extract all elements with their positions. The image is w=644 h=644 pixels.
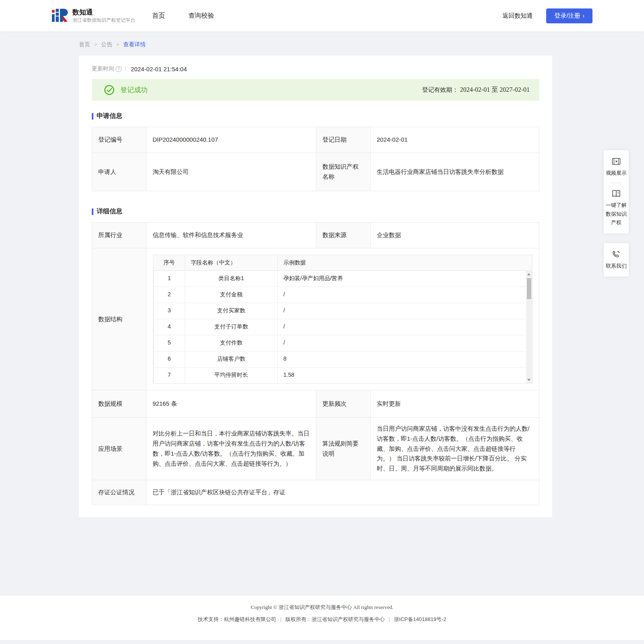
- table-row: 存证公证情况 已于「浙江省知识产权区块链公共存证平台」存证: [92, 480, 539, 505]
- field-name: 类目名称1: [185, 270, 278, 287]
- breadcrumb-notice[interactable]: 公告: [101, 41, 112, 48]
- contact-us-button[interactable]: 联系我们: [605, 250, 627, 270]
- header-right: 返回数知通 登录/注册 ›: [502, 8, 592, 23]
- section-detail-title: 详细信息: [92, 207, 539, 216]
- field-name: 支付件数: [185, 335, 278, 351]
- breadcrumb-separator: >: [116, 42, 119, 47]
- copyright-en-suffix: All rights reserved.: [353, 604, 393, 610]
- section-detail-title-text: 详细信息: [97, 207, 122, 216]
- field-name: 支付子订单数: [185, 319, 278, 335]
- scale-value: 92165 条: [147, 390, 316, 418]
- sample-data: 8: [278, 351, 532, 367]
- breadcrumb-separator: >: [94, 42, 97, 47]
- row-index: 1: [154, 270, 185, 287]
- section-application-title-text: 申请信息: [97, 112, 122, 120]
- reg-no-value: DIP2024000000240.107: [147, 127, 316, 153]
- table-row: 数据结构 序号 字段名称（中文） 示例数据 1 类目名称1: [92, 248, 539, 390]
- logo[interactable]: 数知通 浙江省数据知识产权登记平台: [52, 7, 135, 24]
- scrollbar-thumb[interactable]: [527, 278, 531, 299]
- row-index: 7: [154, 367, 185, 383]
- sample-data: /: [278, 335, 532, 351]
- logo-text: 数知通 浙江省数据知识产权登记平台: [72, 8, 135, 24]
- structure-row: 2 支付金额 /: [154, 287, 532, 303]
- source-label: 数据来源: [316, 223, 371, 248]
- algorithm-label: 算法规则简要说明: [316, 418, 371, 480]
- validity-label: 登记有效期：: [422, 86, 458, 93]
- algorithm-value: 当日用户访问商家店铺，访客中没有发生点击行为的人数/访客数，即1-点击人数/访客…: [371, 418, 539, 480]
- table-row: 所属行业 信息传输、软件和信息技术服务业 数据来源 企业数据: [92, 223, 539, 248]
- sample-data: /: [278, 319, 532, 335]
- login-register-label: 登录/注册: [554, 12, 580, 20]
- structure-label: 数据结构: [92, 248, 147, 390]
- nav-home[interactable]: 首页: [152, 12, 165, 20]
- breadcrumb-home[interactable]: 首页: [79, 41, 90, 48]
- main-nav: 首页 查询校验: [152, 12, 214, 20]
- update-time-value: 2024-02-01 21:54:04: [131, 66, 187, 72]
- scenario-label: 应用场景: [92, 418, 147, 480]
- validity-dates: 2024-02-01 至 2027-02-01: [460, 86, 530, 93]
- footer-info-line: 技术支持：杭州趣链科技有限公司 | 版权所有：浙江省知识产权研究与服务中心 | …: [0, 616, 644, 623]
- section-bar: [92, 113, 93, 120]
- structure-scrollbar[interactable]: [526, 271, 532, 383]
- scale-label: 数据规模: [92, 390, 147, 418]
- contact-us-label: 联系我们: [605, 262, 627, 270]
- site-title: 数知通: [72, 8, 135, 17]
- ip-name-label: 数据知识产权名称: [316, 153, 371, 191]
- applicant-value: 淘天有限公司: [147, 153, 316, 191]
- structure-row: 5 支付件数 /: [154, 335, 532, 351]
- update-time-label: 更新时间: [92, 65, 114, 72]
- industry-value: 信息传输、软件和信息技术服务业: [147, 223, 316, 248]
- video-display-button[interactable]: 视频展示: [605, 157, 627, 177]
- page: 数知通 浙江省数据知识产权登记平台 首页 查询校验 返回数知通 登录/注册 › …: [0, 0, 644, 644]
- floating-panel: 视频展示 一键了解数据知识产权 联系我们: [604, 150, 629, 277]
- structure-row: 1 类目名称1 孕妇装/孕产妇用品/营养: [154, 270, 532, 287]
- evidence-label: 存证公证情况: [92, 480, 147, 505]
- scroll-down-arrow[interactable]: [527, 379, 530, 381]
- copyright-org: 浙江省知识产权研究与服务中心: [279, 604, 352, 610]
- tech-support: 技术支持：杭州趣链科技有限公司: [198, 616, 276, 622]
- application-info-table: 登记编号 DIP2024000000240.107 登记日期 2024-02-0…: [92, 127, 539, 191]
- pipe-divider: |: [389, 616, 390, 622]
- structure-table: 序号 字段名称（中文） 示例数据 1 类目名称1 孕妇装/孕产妇用品/营养 2: [153, 255, 532, 384]
- frequency-label: 更新频次: [316, 390, 371, 418]
- spacer: [0, 517, 644, 596]
- sample-data: 1.58: [278, 367, 532, 383]
- reg-no-label: 登记编号: [92, 127, 147, 153]
- site-subtitle: 浙江省数据知识产权登记平台: [72, 17, 135, 24]
- structure-row: 4 支付子订单数 /: [154, 319, 532, 335]
- phone-icon: [611, 250, 621, 259]
- floating-card-contact: 联系我们: [604, 243, 629, 277]
- one-click-guide-button[interactable]: 一键了解数据知识产权: [605, 189, 627, 227]
- book-icon: [611, 189, 621, 198]
- detail-info-table: 所属行业 信息传输、软件和信息技术服务业 数据来源 企业数据 数据结构 序号 字…: [92, 222, 539, 505]
- structure-row: 7 平均停留时长 1.58: [154, 367, 532, 383]
- section-application-title: 申请信息: [92, 112, 539, 120]
- update-time-row: 更新时间 ? ： 2024-02-01 21:54:04: [92, 65, 539, 72]
- table-row: 应用场景 对比分析上一日和当日，本行业商家店铺访客跳失率。当日用户访问商家店铺，…: [92, 418, 539, 480]
- structure-row: 3 支付买家数 /: [154, 303, 532, 319]
- header: 数知通 浙江省数据知识产权登记平台 首页 查询校验 返回数知通 登录/注册 ›: [0, 0, 644, 31]
- icp-number[interactable]: 浙ICP备14018819号-2: [394, 616, 446, 622]
- table-row: 登记编号 DIP2024000000240.107 登记日期 2024-02-0…: [92, 127, 539, 153]
- industry-label: 所属行业: [92, 223, 147, 248]
- field-name: 支付买家数: [185, 303, 278, 319]
- ip-name-value: 生活电器行业商家店铺当日访客跳失率分析数据: [371, 153, 539, 191]
- footer: Copyright © 浙江省知识产权研究与服务中心 All rights re…: [0, 596, 644, 640]
- logo-icon: [52, 7, 68, 24]
- row-index: 5: [154, 335, 185, 351]
- help-icon[interactable]: ?: [116, 66, 122, 72]
- structure-cell: 序号 字段名称（中文） 示例数据 1 类目名称1 孕妇装/孕产妇用品/营养 2: [147, 248, 539, 390]
- login-register-button[interactable]: 登录/注册 ›: [546, 8, 592, 23]
- success-check-icon: [104, 85, 115, 95]
- source-value: 企业数据: [371, 223, 539, 248]
- row-index: 6: [154, 351, 185, 367]
- reg-date-value: 2024-02-01: [371, 127, 539, 153]
- scenario-value: 对比分析上一日和当日，本行业商家店铺访客跳失率。当日用户访问商家店铺，访客中没有…: [147, 418, 316, 480]
- table-row: 数据规模 92165 条 更新频次 实时更新: [92, 390, 539, 418]
- section-bar: [92, 208, 93, 215]
- field-name: 店铺客户数: [185, 351, 278, 367]
- back-to-shuzhitong-link[interactable]: 返回数知通: [502, 12, 533, 20]
- scroll-up-arrow[interactable]: [527, 273, 530, 275]
- nav-query-check[interactable]: 查询校验: [188, 12, 214, 20]
- field-name: 支付金额: [185, 287, 278, 303]
